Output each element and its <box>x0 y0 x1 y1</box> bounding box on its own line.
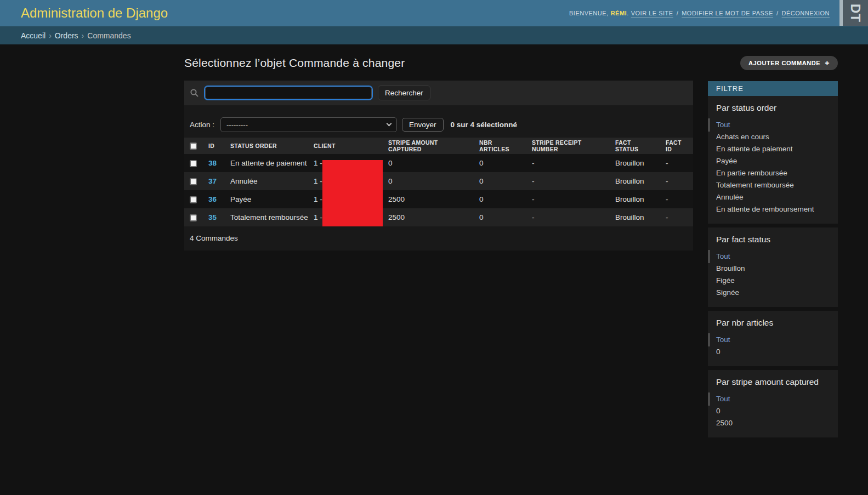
action-submit-button[interactable]: Envoyer <box>402 118 444 132</box>
app-header: Administration de Django BIENVENUE,RÉMI.… <box>0 0 868 26</box>
filter-option[interactable]: Tout <box>716 251 830 263</box>
cell-stripe_amount_captured: 0 <box>383 154 474 172</box>
row-checkbox[interactable] <box>190 160 197 167</box>
cell-fact_status: Brouillon <box>610 154 660 172</box>
content-area: AJOUTER COMMANDE + Sélectionnez l’objet … <box>0 44 868 495</box>
search-input[interactable] <box>204 86 373 100</box>
filter-title: FILTRE <box>708 81 838 96</box>
user-tool-link[interactable]: VOIR LE SITE <box>631 10 673 16</box>
search-button[interactable]: Rechercher <box>378 86 430 100</box>
cell-status_order: En attente de paiement <box>225 154 308 172</box>
filter-option[interactable]: Totalement remboursée <box>716 179 830 191</box>
column-header-status-order: STATUS ORDER <box>225 138 308 154</box>
link-separator: / <box>776 10 779 16</box>
cell-nbr_articles: 0 <box>474 208 526 226</box>
user-tool-link[interactable]: DÉCONNEXION <box>782 10 830 16</box>
cell-status_order: Totalement remboursée <box>225 208 308 226</box>
cell-nbr_articles: 0 <box>474 154 526 172</box>
cell-stripe_receipt_number: - <box>526 172 610 190</box>
filter-option[interactable]: En partie remboursée <box>716 167 830 179</box>
cell-stripe_amount_captured: 2500 <box>383 208 474 226</box>
add-commande-button[interactable]: AJOUTER COMMANDE + <box>740 56 838 70</box>
search-toolbar: Rechercher <box>184 81 693 105</box>
filter-option[interactable]: Payée <box>716 155 830 167</box>
filter-option[interactable]: Brouillon <box>716 263 830 275</box>
filter-option[interactable]: Figée <box>716 275 830 287</box>
filter-section: Par status orderToutAchats en coursEn at… <box>708 96 838 224</box>
column-header-client: CLIENT <box>308 138 383 154</box>
column-header-nbr-articles: NBR ARTICLES <box>474 138 526 154</box>
breadcrumb-current: Commandes <box>87 31 131 40</box>
action-select[interactable]: --------- <box>220 117 397 132</box>
username: RÉMI <box>611 10 627 16</box>
breadcrumb-separator: › <box>82 31 84 40</box>
filter-option[interactable]: 0 <box>716 405 830 417</box>
cell-stripe_receipt_number: - <box>526 190 610 208</box>
filter-option[interactable]: Tout <box>716 393 830 405</box>
row-checkbox[interactable] <box>190 196 197 203</box>
redaction-overlay <box>322 160 383 226</box>
column-header-stripe-receipt-number: STRIPE RECEIPT NUMBER <box>526 138 610 154</box>
cell-fact_status: Brouillon <box>610 172 660 190</box>
site-title-link[interactable]: Administration de Django <box>21 5 168 21</box>
column-header-fact-id: FACT ID <box>660 138 693 154</box>
add-commande-label: AJOUTER COMMANDE <box>748 60 820 66</box>
cell-fact_status: Brouillon <box>610 190 660 208</box>
row-checkbox[interactable] <box>190 214 197 221</box>
user-tools: BIENVENUE,RÉMI.VOIR LE SITE/MODIFIER LE … <box>569 0 832 26</box>
breadcrumb: Accueil›Orders›Commandes <box>0 26 868 44</box>
cell-fact_id: - <box>660 208 693 226</box>
chevron-down-icon <box>387 121 392 127</box>
filter-section: Par stripe amount capturedTout02500 <box>708 370 838 437</box>
row-select-cell <box>184 208 203 226</box>
column-header-fact-status: FACT STATUS <box>610 138 660 154</box>
row-id-link[interactable]: 36 <box>208 195 217 203</box>
paginator: 4 Commandes <box>184 226 693 251</box>
row-id-link[interactable]: 38 <box>208 159 217 167</box>
breadcrumb-link[interactable]: Orders <box>55 31 78 40</box>
welcome-text: BIENVENUE, <box>569 10 609 16</box>
cell-stripe_receipt_number: - <box>526 208 610 226</box>
row-id-link[interactable]: 35 <box>208 213 217 221</box>
filter-section-heading: Par stripe amount captured <box>716 377 830 387</box>
cell-status_order: Annulée <box>225 172 308 190</box>
action-counter: 0 sur 4 sélectionné <box>451 121 518 129</box>
cell-stripe_amount_captured: 0 <box>383 172 474 190</box>
column-header-stripe-amount-captured: STRIPE AMOUNT CAPTURED <box>383 138 474 154</box>
result-table: IDSTATUS ORDERCLIENTSTRIPE AMOUNT CAPTUR… <box>184 138 693 226</box>
cell-fact_id: - <box>660 154 693 172</box>
row-select-cell <box>184 190 203 208</box>
cell-stripe_receipt_number: - <box>526 154 610 172</box>
filter-option[interactable]: Tout <box>716 119 830 131</box>
row-select-cell <box>184 172 203 190</box>
action-label: Action : <box>190 121 214 129</box>
user-tool-link[interactable]: MODIFIER LE MOT DE PASSE <box>682 10 773 16</box>
changelist-main: Sélectionnez l’objet Commande à changer … <box>184 44 693 251</box>
table-row: 35Totalement remboursée1 -25000-Brouillo… <box>184 208 693 226</box>
cell-stripe_amount_captured: 2500 <box>383 190 474 208</box>
filter-option[interactable]: Achats en cours <box>716 131 830 143</box>
table-row: 36Payée1 -25000-Brouillon- <box>184 190 693 208</box>
filter-option[interactable]: En attente de paiement <box>716 143 830 155</box>
select-all-checkbox[interactable] <box>190 143 197 150</box>
filter-section: Par nbr articlesTout0 <box>708 311 838 366</box>
welcome-period: . <box>627 10 629 16</box>
page-title: Sélectionnez l’objet Commande à changer <box>184 56 693 70</box>
filter-option[interactable]: Signée <box>716 287 830 299</box>
table-row: 38En attente de paiement1 -00-Brouillon- <box>184 154 693 172</box>
search-icon <box>190 88 199 98</box>
cell-fact_id: - <box>660 190 693 208</box>
row-id-link[interactable]: 37 <box>208 177 217 185</box>
filter-option[interactable]: Tout <box>716 334 830 346</box>
debug-toolbar-handle[interactable]: DT <box>839 0 868 26</box>
filter-option[interactable]: Annulée <box>716 191 830 203</box>
cell-nbr_articles: 0 <box>474 190 526 208</box>
debug-toolbar-label: DT <box>848 4 863 22</box>
row-checkbox[interactable] <box>190 178 197 185</box>
cell-status_order: Payée <box>225 190 308 208</box>
filter-option[interactable]: En attente de remboursement <box>716 203 830 215</box>
breadcrumb-link[interactable]: Accueil <box>21 31 46 40</box>
filter-option[interactable]: 2500 <box>716 417 830 429</box>
filter-option[interactable]: 0 <box>716 346 830 358</box>
column-header-id: ID <box>203 138 225 154</box>
